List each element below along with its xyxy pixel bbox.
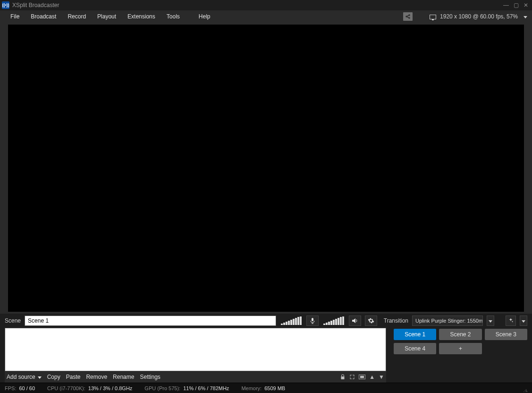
scene-button-4[interactable]: Scene 4 (394, 343, 436, 354)
cpu-label: CPU (i7-7700K): (47, 385, 85, 391)
title-bar: ((•)) XSplit Broadcaster — ▢ ✕ (0, 0, 532, 10)
chevron-down-icon (522, 320, 525, 323)
speaker-button[interactable] (349, 316, 361, 326)
move-down-icon[interactable]: ▼ (379, 374, 384, 380)
svg-line-4 (407, 17, 409, 18)
cpu-value: 13% / 3% / 0.8GHz (88, 385, 133, 391)
sources-list[interactable] (5, 328, 386, 371)
resolution-dropdown-caret[interactable] (524, 16, 527, 18)
add-source-button[interactable]: Add source (7, 374, 42, 380)
app-title: XSplit Broadcaster (12, 2, 59, 9)
svg-rect-5 (312, 318, 313, 321)
svg-point-0 (406, 16, 407, 17)
transition-dropdown-button[interactable] (487, 316, 494, 326)
scenes-panel: Scene 1 Scene 2 Scene 3 Scene 4 + (394, 328, 527, 383)
stinger-dropdown-button[interactable] (520, 316, 527, 326)
lock-icon[interactable] (340, 374, 346, 380)
memory-label: Memory: (241, 385, 262, 391)
gpu-label: GPU (Pro 575): (144, 385, 180, 391)
stinger-fx-button[interactable] (506, 316, 516, 326)
transition-select[interactable]: Uplink Purple Stinger: 1550ms (412, 316, 483, 326)
menu-playout[interactable]: Playout (92, 11, 122, 22)
rename-button[interactable]: Rename (113, 374, 134, 380)
window-controls: — ▢ ✕ (503, 2, 530, 9)
preview-area (0, 23, 532, 314)
fps-value: 60 / 60 (19, 385, 35, 391)
aspect-icon[interactable] (359, 375, 365, 379)
sources-toolbar: Add source Copy Paste Remove Rename Sett… (5, 371, 386, 383)
svg-line-3 (407, 16, 409, 17)
memory-value: 6509 MB (264, 385, 285, 391)
svg-point-2 (409, 17, 410, 18)
speaker-audio-meter[interactable] (322, 316, 345, 325)
mic-icon (310, 317, 315, 324)
remove-button[interactable]: Remove (86, 374, 107, 380)
chevron-down-icon (38, 376, 42, 379)
add-scene-button[interactable]: + (439, 343, 481, 354)
minimize-button[interactable]: — (503, 2, 509, 9)
close-button[interactable]: ✕ (524, 2, 528, 9)
menu-tools[interactable]: Tools (161, 11, 186, 22)
gpu-value: 11% / 6% / 782MHz (183, 385, 229, 391)
transition-label: Transition (384, 317, 408, 324)
audio-settings-button[interactable] (365, 316, 377, 326)
mic-audio-meter[interactable] (280, 316, 303, 325)
resize-grip[interactable] (523, 387, 527, 392)
menu-broadcast[interactable]: Broadcast (25, 11, 62, 22)
app-icon: ((•)) (2, 1, 9, 9)
sources-panel: Add source Copy Paste Remove Rename Sett… (5, 328, 386, 383)
menu-bar: File Broadcast Record Playout Extensions… (0, 10, 532, 23)
copy-button[interactable]: Copy (47, 374, 60, 380)
fullscreen-icon[interactable] (349, 374, 355, 380)
lower-panel: Add source Copy Paste Remove Rename Sett… (0, 328, 532, 383)
transition-value: Uplink Purple Stinger: 1550ms (415, 318, 483, 324)
scene-button-2[interactable]: Scene 2 (439, 329, 481, 340)
gear-icon (368, 317, 374, 324)
add-source-label: Add source (7, 374, 35, 380)
svg-marker-8 (352, 318, 355, 323)
resolution-status[interactable]: 1920 x 1080 @ 60.00 fps, 57% (440, 13, 518, 20)
scene-label: Scene (5, 317, 21, 324)
share-icon[interactable] (403, 12, 413, 21)
chevron-down-icon (489, 320, 492, 323)
svg-rect-10 (360, 376, 364, 378)
status-bar: FPS: 60 / 60 CPU (i7-7700K): 13% / 3% / … (0, 383, 532, 393)
scene-control-row: Scene (0, 314, 532, 328)
settings-button[interactable]: Settings (140, 374, 160, 380)
paste-button[interactable]: Paste (66, 374, 81, 380)
menu-record[interactable]: Record (62, 11, 92, 22)
fps-label: FPS: (5, 385, 16, 391)
menu-help[interactable]: Help (193, 11, 216, 22)
sparkle-icon (507, 317, 514, 324)
speaker-icon (352, 318, 358, 324)
mic-button[interactable] (306, 316, 319, 326)
monitor-icon (430, 15, 436, 19)
menu-extensions[interactable]: Extensions (122, 11, 161, 22)
scene-name-input[interactable] (25, 316, 276, 326)
move-up-icon[interactable]: ▲ (369, 374, 375, 380)
svg-point-1 (409, 15, 410, 16)
scene-button-1[interactable]: Scene 1 (394, 329, 436, 340)
scene-button-3[interactable]: Scene 3 (485, 329, 527, 340)
preview-canvas[interactable] (8, 25, 524, 312)
menu-file[interactable]: File (5, 11, 25, 22)
maximize-button[interactable]: ▢ (514, 2, 519, 9)
